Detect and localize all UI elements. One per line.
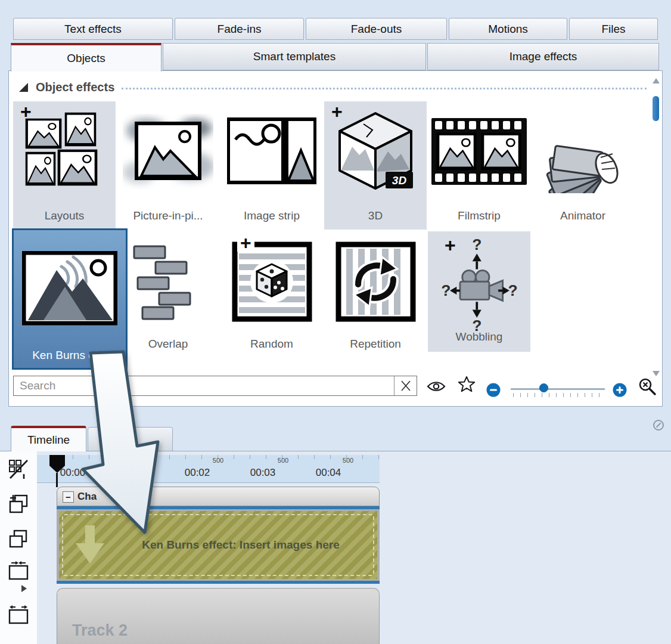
search-input[interactable] bbox=[13, 376, 417, 396]
random-icon bbox=[220, 234, 323, 329]
add-plus-badge[interactable]: + bbox=[237, 234, 254, 252]
svg-text:?: ? bbox=[508, 281, 518, 299]
tab-label: Text effects bbox=[64, 23, 122, 36]
effect-item-label: 3D bbox=[324, 209, 427, 222]
effect-item-random[interactable]: + Random bbox=[220, 231, 323, 358]
ruler-time-label: 00:02 bbox=[185, 467, 210, 479]
tab-timeline[interactable]: Timeline bbox=[11, 426, 86, 451]
tab-label: Image effects bbox=[510, 50, 577, 63]
effect-item-label: Image strip bbox=[220, 209, 323, 222]
tab-label: Objects bbox=[67, 52, 105, 65]
effect-item-wobbling[interactable]: ? ? ? ? + Wobbling bbox=[428, 231, 530, 352]
effects-scrollbar[interactable] bbox=[651, 78, 660, 376]
svg-text:?: ? bbox=[441, 281, 451, 299]
tab-smart-templates[interactable]: Smart templates bbox=[163, 43, 426, 70]
clear-search-icon[interactable] bbox=[394, 376, 417, 395]
tab-files[interactable]: Files bbox=[569, 18, 658, 40]
zoom-reset-magnifier-icon[interactable] bbox=[638, 377, 657, 399]
tab-label: Timeline bbox=[27, 434, 70, 447]
effect-item-filmstrip[interactable]: Filmstrip bbox=[428, 101, 530, 230]
effect-item-label: Filmstrip bbox=[428, 209, 530, 222]
tab-label: Smart templates bbox=[253, 50, 336, 63]
effect-item-label: Ken Burns ef... bbox=[14, 349, 126, 362]
preview-eye-icon[interactable] bbox=[426, 380, 446, 395]
zoom-in-icon[interactable] bbox=[612, 382, 627, 400]
overlap-icon bbox=[117, 234, 219, 329]
effect-item-label: Overlap bbox=[117, 338, 219, 351]
favorites-star-icon[interactable] bbox=[457, 375, 476, 397]
effect-item-layouts[interactable]: + Layouts bbox=[13, 101, 116, 230]
scroll-down-icon[interactable] bbox=[653, 371, 660, 376]
drop-zone-area[interactable]: Ken Burns effect: Insert images here bbox=[59, 511, 377, 579]
image-strip-icon bbox=[220, 104, 323, 199]
expander-arrow-icon[interactable] bbox=[21, 584, 29, 592]
wobbling-icon: ? ? ? ? bbox=[428, 234, 530, 335]
ken-burns-drop-zone[interactable]: Ken Burns effect: Insert images here bbox=[57, 506, 380, 584]
ruler-time-label: 00:03 bbox=[250, 467, 276, 479]
collapse-triangle-icon[interactable] bbox=[18, 82, 29, 92]
drop-zone-text: Ken Burns effect: Insert images here bbox=[113, 511, 369, 579]
effect-item-label: Layouts bbox=[13, 209, 116, 222]
track-2-label: Track 2 bbox=[72, 621, 128, 640]
zoom-slider-track[interactable] bbox=[511, 388, 605, 390]
tab-text-effects[interactable]: Text effects bbox=[13, 18, 173, 40]
ruler-minor-label: 500 bbox=[343, 457, 353, 464]
effect-item-label: Random bbox=[220, 338, 323, 351]
add-plus-badge[interactable]: + bbox=[20, 101, 32, 122]
effect-item-overlap[interactable]: Overlap bbox=[117, 231, 219, 358]
add-plus-badge[interactable]: + bbox=[331, 101, 343, 122]
tab-label: Fade-outs bbox=[351, 23, 402, 36]
scrollbar-thumb[interactable] bbox=[653, 96, 659, 121]
ken-burns-icon bbox=[14, 237, 126, 339]
effect-item-label: Repetition bbox=[324, 338, 427, 351]
ruler-time-label: 00:04 bbox=[316, 467, 341, 479]
zoom-slider-ticks bbox=[513, 393, 602, 397]
minus-glyph: − bbox=[66, 493, 71, 501]
effect-item-ken-burns[interactable]: Ken Burns ef... bbox=[12, 228, 128, 370]
app-window: Text effects Fade-ins Fade-outs Motions … bbox=[0, 0, 671, 644]
tab-fade-outs[interactable]: Fade-outs bbox=[306, 18, 447, 40]
timeline-options-icon[interactable] bbox=[653, 420, 664, 431]
collapse-chapter-button[interactable]: − bbox=[63, 491, 74, 503]
section-title: Object effects bbox=[36, 80, 114, 94]
tab-motions[interactable]: Motions bbox=[449, 18, 567, 40]
section-header: Object effects bbox=[18, 78, 647, 96]
display-mode-icon[interactable] bbox=[8, 459, 29, 480]
effect-item-repetition[interactable]: Repetition bbox=[324, 231, 427, 358]
tab-label: Fade-ins bbox=[218, 23, 262, 36]
ruler-minor-label: 500 bbox=[278, 457, 288, 464]
playhead-line bbox=[56, 473, 58, 487]
effects-panel: Object effects + Layouts bbox=[8, 70, 663, 407]
effect-item-label: Picture-in-pi... bbox=[117, 209, 219, 222]
svg-text:3D: 3D bbox=[392, 174, 407, 187]
timeline-ruler[interactable]: 500 500 500 00:00 00:02 00:03 00:04 bbox=[37, 455, 380, 483]
zoom-slider-thumb[interactable] bbox=[539, 383, 548, 392]
zoom-out-icon[interactable] bbox=[486, 382, 501, 400]
scroll-up-icon[interactable] bbox=[653, 78, 660, 83]
add-object-icon[interactable] bbox=[8, 493, 29, 515]
timeline-toolbar bbox=[0, 451, 37, 644]
effect-item-label: Animator bbox=[532, 209, 634, 222]
tab-objects[interactable]: Objects bbox=[11, 43, 161, 72]
tab-fade-ins[interactable]: Fade-ins bbox=[175, 18, 304, 40]
dotted-divider bbox=[122, 88, 647, 89]
effect-item-animator[interactable]: Animator bbox=[532, 101, 634, 230]
overlap-objects-icon[interactable] bbox=[8, 528, 29, 549]
track-2[interactable]: Track 2 bbox=[57, 588, 380, 644]
animator-icon bbox=[532, 104, 634, 199]
effect-item-3d[interactable]: 3D + 3D bbox=[324, 101, 427, 230]
tab-image-effects[interactable]: Image effects bbox=[427, 43, 659, 70]
fit-frame-icon[interactable] bbox=[8, 560, 29, 581]
chapter-track-header[interactable]: − Cha bbox=[57, 487, 380, 506]
picture-in-picture-icon bbox=[117, 104, 219, 199]
chapter-label: Cha bbox=[77, 491, 97, 503]
tab-label: Files bbox=[601, 23, 625, 36]
effect-item-label: Wobbling bbox=[428, 330, 530, 343]
filmstrip-icon bbox=[428, 104, 530, 199]
effect-item-image-strip[interactable]: Image strip bbox=[220, 101, 323, 230]
effect-item-picture-in-picture[interactable]: Picture-in-pi... bbox=[117, 101, 219, 230]
repetition-icon bbox=[324, 234, 427, 329]
tab-storyboard[interactable] bbox=[88, 427, 173, 451]
add-plus-badge[interactable]: + bbox=[445, 235, 456, 255]
frame-selection-icon[interactable] bbox=[8, 604, 29, 626]
